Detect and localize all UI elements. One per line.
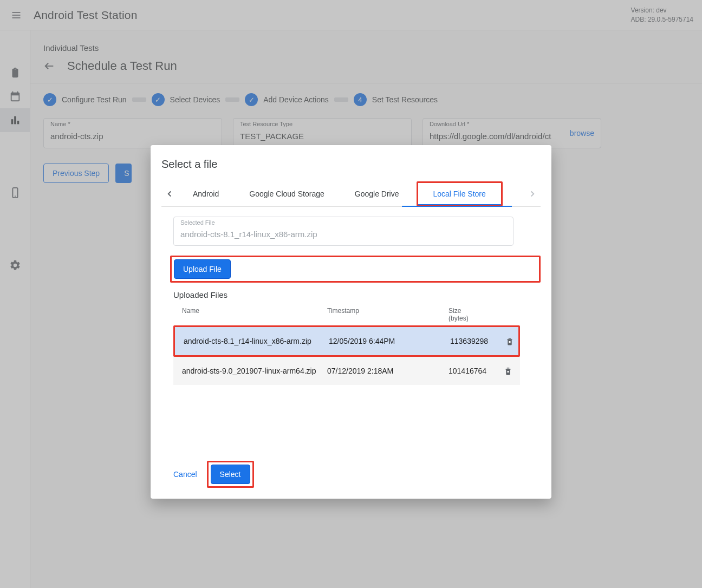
upload-file-button[interactable]: Upload File <box>174 259 231 279</box>
select-file-dialog: Select a file Android Google Cloud Stora… <box>151 145 551 499</box>
cancel-button[interactable]: Cancel <box>169 465 202 484</box>
modal-overlay: Select a file Android Google Cloud Stora… <box>0 0 702 588</box>
svg-rect-9 <box>509 341 511 343</box>
col-size: Size (bytes) <box>448 307 497 322</box>
dialog-title: Select a file <box>161 158 541 171</box>
selected-file-field[interactable]: Selected File android-cts-8.1_r14-linux_… <box>173 217 514 246</box>
tabs-prev-icon[interactable] <box>161 183 178 205</box>
tabs-next-icon[interactable] <box>524 183 541 205</box>
row-name: android-cts-8.1_r14-linux_x86-arm.zip <box>184 337 329 345</box>
field-value: android-cts-8.1_r14-linux_x86-arm.zip <box>180 230 317 239</box>
tab-android[interactable]: Android <box>178 183 234 205</box>
table-header: Name Timestamp Size (bytes) <box>173 304 520 325</box>
tab-gcs[interactable]: Google Cloud Storage <box>234 183 340 205</box>
table-row[interactable]: android-sts-9.0_201907-linux-arm64.zip 0… <box>173 357 520 385</box>
svg-rect-10 <box>508 371 509 373</box>
row-name: android-sts-9.0_201907-linux-arm64.zip <box>182 367 327 375</box>
row-size: 101416764 <box>448 367 497 375</box>
dialog-actions: Cancel Select <box>169 461 541 488</box>
row-timestamp: 12/05/2019 6:44PM <box>329 337 450 345</box>
row-timestamp: 07/12/2019 2:18AM <box>327 367 448 375</box>
uploaded-files-head: Uploaded Files <box>173 290 541 299</box>
col-name: Name <box>182 307 327 322</box>
delete-icon[interactable] <box>499 336 521 346</box>
field-label: Selected File <box>180 219 215 226</box>
dialog-tabs: Android Google Cloud Storage Google Driv… <box>161 181 541 207</box>
row-size: 113639298 <box>450 337 499 345</box>
delete-icon[interactable] <box>497 366 519 376</box>
select-button[interactable]: Select <box>211 465 250 484</box>
tab-gdrive[interactable]: Google Drive <box>340 183 414 205</box>
tab-local-file-store[interactable]: Local File Store <box>418 183 501 205</box>
table-row[interactable]: android-cts-8.1_r14-linux_x86-arm.zip 12… <box>175 327 518 355</box>
uploaded-files-table: Name Timestamp Size (bytes) android-cts-… <box>173 304 520 385</box>
col-timestamp: Timestamp <box>327 307 448 322</box>
